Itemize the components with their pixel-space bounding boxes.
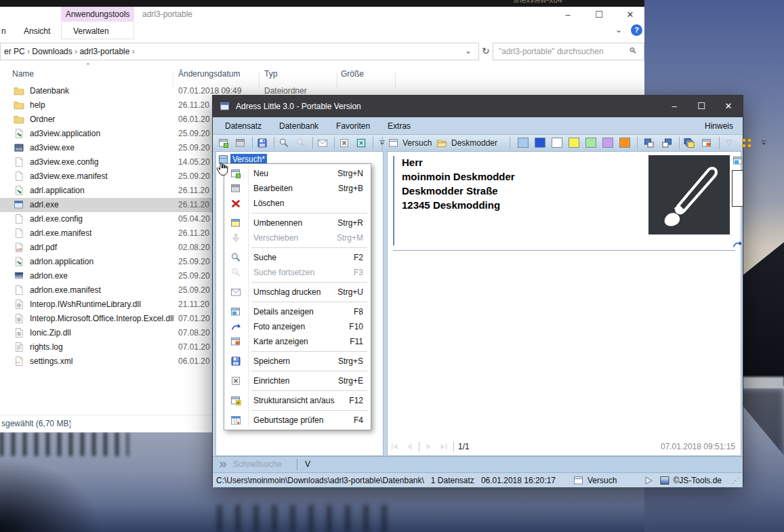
explorer-maximize-button[interactable]: ☐ — [589, 8, 609, 22]
save-icon[interactable] — [257, 138, 268, 148]
breadcrumb-segment[interactable]: er PC — [4, 47, 25, 56]
map-window-icon[interactable] — [701, 138, 712, 148]
column-size[interactable]: Größe — [341, 69, 364, 79]
play-icon[interactable] — [643, 475, 654, 486]
menu-item-details-anzeigen[interactable]: Details anzeigenF8 — [224, 304, 371, 319]
more-dropdown-icon[interactable] — [759, 138, 768, 147]
envelope-icon — [230, 287, 241, 298]
menu-item-umschlag-drucken[interactable]: Umschlag druckenStrg+U — [224, 285, 371, 300]
nav-last-icon[interactable] — [438, 441, 449, 452]
app-close-button[interactable]: ✕ — [716, 96, 741, 117]
brand-label[interactable]: ©JS-Tools.de — [673, 476, 722, 485]
menu-datensatz[interactable]: Datensatz — [225, 121, 262, 131]
menu-item-geburtstage-prüfen[interactable]: Geburtstage prüfenF4 — [224, 413, 371, 428]
close-teal-icon[interactable] — [356, 138, 367, 148]
tab-partial[interactable]: n — [1, 26, 6, 36]
menu-item-strukturansicht-an-aus[interactable]: Strukturansicht an/ausF12 — [224, 393, 371, 408]
new-record-icon[interactable] — [218, 138, 229, 148]
layers-icon[interactable] — [684, 138, 695, 148]
quick-search-value[interactable]: V — [305, 459, 310, 469]
photo-icon — [230, 321, 241, 332]
paste-window-icon[interactable] — [644, 138, 655, 148]
refresh-icon[interactable]: ↻ — [482, 45, 490, 56]
tab-anwendungstools[interactable]: Anwendungstools — [61, 7, 134, 22]
photo-next-icon[interactable] — [732, 239, 743, 249]
contact-photo[interactable] — [648, 155, 730, 234]
explorer-close-button[interactable]: ✕ — [620, 8, 640, 22]
breadcrumb[interactable]: er PC › Downloads › adrl3-portable › — [4, 47, 135, 56]
resize-grip[interactable]: ⋰ — [731, 476, 740, 485]
category-color-swatch[interactable] — [552, 138, 562, 148]
menu-item-umbenennen[interactable]: UmbenennenStrg+R — [224, 216, 371, 230]
column-type[interactable]: Typ — [264, 69, 277, 79]
category-color-swatch[interactable] — [585, 138, 596, 148]
folder-open-icon[interactable] — [436, 138, 447, 148]
app-titlebar[interactable]: Adress Little 3.0 - Portable Version – ☐… — [213, 96, 743, 117]
app-minimize-button[interactable]: – — [661, 96, 687, 117]
envelope-icon[interactable] — [317, 138, 328, 148]
tab-ansicht[interactable]: Ansicht — [24, 26, 50, 36]
file-name: Interop.Microsoft.Office.Interop.Excel.d… — [30, 314, 174, 323]
column-name[interactable]: Name — [12, 69, 34, 79]
nav-first-icon[interactable] — [389, 441, 400, 452]
wallpaper-dark-corner — [0, 457, 102, 532]
quick-search-chevrons-icon[interactable] — [218, 459, 228, 470]
menu-separator — [251, 390, 367, 391]
edit-record-icon[interactable] — [235, 138, 246, 148]
breadcrumb-chevron-icon[interactable]: › — [129, 47, 134, 56]
menu-separator — [251, 213, 367, 213]
ribbon-collapse-chevron-icon[interactable]: ⌄ — [615, 25, 622, 35]
breadcrumb-chevron-icon[interactable]: › — [25, 47, 33, 56]
search-continue-icon[interactable] — [295, 138, 306, 148]
breadcrumb-segment[interactable]: adrl3-portable — [79, 47, 129, 56]
pinwheel-icon[interactable] — [741, 138, 752, 148]
menu-item-bearbeiten[interactable]: BearbeitenStrg+B — [224, 181, 371, 196]
toolbar-group-label[interactable]: Deskmodder — [451, 138, 497, 148]
photo-scrollbar[interactable] — [732, 170, 743, 207]
toolbar-record-label[interactable]: Versuch — [403, 138, 432, 148]
menu-extras[interactable]: Extras — [388, 121, 411, 131]
nav-prev-icon[interactable] — [404, 441, 415, 452]
file-date: 25.09.20 — [178, 257, 210, 266]
category-color-swatch[interactable] — [569, 138, 579, 148]
menu-favoriten[interactable]: Favoriten — [336, 121, 370, 131]
explorer-minimize-button[interactable]: – — [558, 8, 578, 22]
menu-item-einrichten[interactable]: EinrichtenStrg+E — [224, 373, 371, 388]
filter-triangle-icon[interactable] — [724, 138, 735, 148]
detail-view-icon[interactable] — [733, 155, 743, 166]
category-color-swatch[interactable] — [602, 138, 613, 148]
file-name: adrl.application — [30, 186, 85, 195]
menu-item-karte-anzeigen[interactable]: Karte anzeigenF11 — [224, 334, 371, 349]
file-date: 06.01.20 — [178, 115, 210, 124]
menu-separator — [251, 351, 367, 352]
breadcrumb-segment[interactable]: Downloads — [32, 47, 72, 56]
address-bar[interactable]: er PC › Downloads › adrl3-portable › ⌄ — [0, 43, 479, 60]
nav-next-icon[interactable] — [424, 441, 434, 452]
menu-hinweis[interactable]: Hinweis — [705, 121, 733, 131]
birthday-icon — [230, 415, 241, 426]
tab-verwalten[interactable]: Verwalten — [73, 26, 109, 36]
category-color-swatch[interactable] — [619, 138, 630, 148]
menu-item-speichern[interactable]: SpeichernStrg+S — [224, 354, 371, 369]
copy-window-icon[interactable] — [661, 138, 672, 148]
record-icon[interactable] — [388, 138, 399, 148]
menu-datenbank[interactable]: Datenbank — [279, 121, 318, 131]
close-gray-icon[interactable] — [339, 138, 350, 148]
file-date: 25.09.20 — [178, 271, 210, 281]
search-box[interactable]: "adrl3-portable" durchsuchen 🔍︎ — [493, 43, 644, 60]
column-date[interactable]: Änderungsdatum — [178, 69, 240, 79]
breadcrumb-chevron-icon[interactable]: › — [73, 47, 80, 56]
address-dropdown-chevron-icon[interactable]: ⌄ — [465, 46, 472, 56]
search-icon[interactable] — [278, 138, 289, 148]
category-color-swatch[interactable] — [518, 138, 529, 148]
search-icon[interactable]: 🔍︎ — [629, 46, 637, 56]
menu-item-neu[interactable]: NeuStrg+N — [224, 166, 371, 181]
menu-item-löschen[interactable]: Löschen — [224, 196, 371, 211]
file-date: 14.05.20 — [178, 157, 210, 167]
menu-item-foto-anzeigen[interactable]: Foto anzeigenF10 — [224, 319, 371, 334]
menu-item-suche[interactable]: SucheF2 — [224, 250, 371, 265]
app-maximize-button[interactable]: ☐ — [688, 96, 714, 117]
category-color-swatch[interactable] — [535, 138, 545, 148]
help-icon[interactable]: ? — [631, 24, 642, 36]
background-window-titlebar[interactable]: shexview-x64 — [0, 0, 644, 7]
